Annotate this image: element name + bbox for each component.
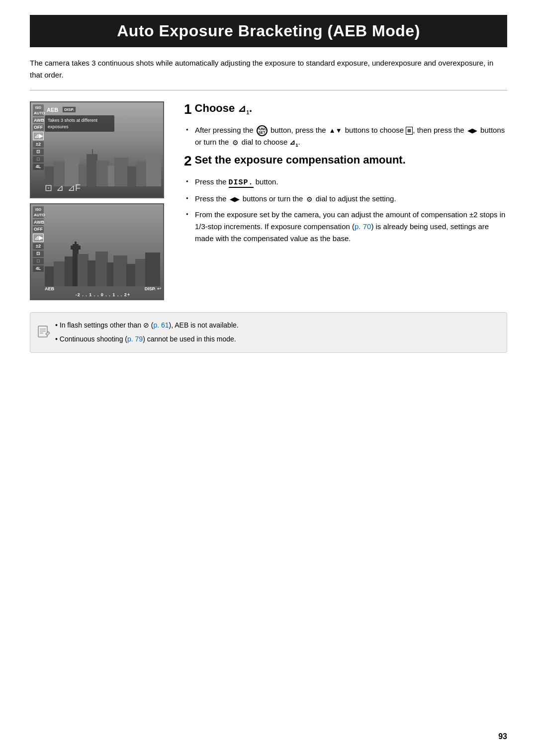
svg-rect-14 [65, 256, 74, 286]
cam-sidebar-2: ISOAUTO AWB OFF ⊿▶ ±2 ⊡ □ 4L [33, 206, 44, 272]
func-set-button-icon: FUNCSET [257, 125, 268, 136]
cam-icon-rect-2: □ [33, 258, 44, 264]
buildings-silhouette-1 [45, 147, 162, 186]
cam-icon-off-2: OFF [33, 226, 44, 233]
page-number: 93 [498, 732, 507, 741]
divider [30, 90, 507, 90]
step-1-choose-icon: ⊿1 [238, 103, 249, 114]
link-p79[interactable]: p. 79 [127, 335, 143, 343]
dial-icon: ⚙ [232, 137, 239, 148]
svg-rect-2 [65, 157, 80, 186]
cam-icon-4l: 4L [33, 164, 44, 170]
cam-bottom-icons: ⊡ ⊿ ⊿F [45, 182, 81, 193]
cam-icon-bottom-1: ⊡ [45, 182, 52, 193]
step-1-bullets: After pressing the FUNCSET button, press… [184, 124, 507, 149]
flash-icon: ⊘ [143, 321, 149, 329]
svg-rect-10 [146, 156, 161, 186]
step-2-bullets: Press the DISP. button. Press the ◀▶ but… [184, 176, 507, 245]
page: Auto Exposure Bracketing (AEB Mode) The … [0, 0, 537, 756]
cam-icon-awb: AWB [33, 117, 44, 124]
cam-aeb-text: AEB [47, 107, 58, 113]
arrows-leftright-icon: ◀▶ [467, 126, 477, 136]
cam-icon-bottom-2: ⊿ [56, 182, 64, 193]
svg-rect-13 [54, 261, 66, 286]
aeb-choose-icon: ⊿1 [289, 138, 298, 146]
step-2-bullet-3: From the exposure set by the camera, you… [186, 209, 507, 245]
cam-icon-aeb-mode: ⊿▶ [33, 132, 44, 140]
svg-rect-22 [113, 255, 127, 286]
cam-icon-bracket: ⊡ [33, 149, 44, 155]
camera-images-column: ISOAUTO AWB OFF ⊿▶ ±2 ⊡ □ 4L AEB DISP. T… [30, 101, 169, 300]
cam-icon-iso-2: ISOAUTO [33, 206, 44, 218]
cam-icon-off: OFF [33, 124, 44, 131]
step-2-section: 2 Set the exposure compensation amount. … [184, 153, 507, 245]
step-2-bullet-2: Press the ◀▶ buttons or turn the ⚙ dial … [186, 193, 507, 205]
dial-icon-2: ⚙ [306, 194, 313, 205]
svg-rect-12 [45, 266, 55, 286]
cam-icon-iso: ISOAUTO [33, 104, 44, 116]
cam-disp-text: DISP. [145, 286, 156, 291]
menu-icon: ⊞ [406, 127, 413, 135]
camera-screen-2: ISOAUTO AWB OFF ⊿▶ ±2 ⊡ □ 4L AEB DISP. [30, 203, 164, 300]
note-box: • In flash settings other than ⊘ (p. 61)… [30, 312, 507, 353]
cam-icon-aeb-2: ⊿▶ [33, 234, 44, 242]
cam-aeb-bottom-label: AEB [45, 286, 54, 291]
cam-scale-area: AEB DISP. ↩ -2 . . 1 . . 0 . . 1 . . 2+ [45, 286, 161, 297]
arrows-leftright-icon-2: ◀▶ [230, 194, 240, 205]
step-2-heading: 2 Set the exposure compensation amount. [184, 153, 507, 170]
note-content: • In flash settings other than ⊘ (p. 61)… [55, 320, 499, 345]
svg-rect-17 [75, 242, 77, 246]
step-2-number: 2 [184, 153, 192, 170]
camera-screen-1: ISOAUTO AWB OFF ⊿▶ ±2 ⊡ □ 4L AEB DISP. T… [30, 101, 164, 198]
svg-rect-24 [135, 259, 146, 286]
page-title: Auto Exposure Bracketing (AEB Mode) [30, 15, 507, 47]
step-1-heading-text: Choose [195, 102, 238, 114]
step-2-heading-text: Set the exposure compensation amount. [195, 154, 406, 166]
note-bullet-1: • In flash settings other than ⊘ (p. 61)… [55, 320, 499, 332]
intro-text: The camera takes 3 continuous shots whil… [30, 57, 507, 81]
cam-icon-bracket-2: ⊡ [33, 251, 44, 257]
svg-rect-5 [96, 161, 109, 186]
cam-return-icon: ↩ [157, 286, 161, 291]
cam-disp-right: DISP. ↩ [145, 286, 161, 291]
svg-rect-21 [107, 262, 114, 286]
svg-rect-23 [126, 264, 136, 286]
step-1-heading: 1 Choose ⊿1. [184, 101, 507, 118]
step-2-bullet-1: Press the DISP. button. [186, 176, 507, 189]
step-1-number: 1 [184, 101, 192, 118]
cam-sidebar-1: ISOAUTO AWB OFF ⊿▶ ±2 ⊡ □ 4L [33, 104, 44, 170]
cam-icon-4l-2: 4L [33, 265, 44, 272]
cam-icon-bottom-3: ⊿F [68, 182, 81, 193]
svg-rect-20 [95, 252, 108, 286]
svg-rect-26 [38, 326, 47, 337]
svg-rect-11 [92, 149, 93, 155]
arrows-updown-icon: ▲▼ [329, 126, 342, 136]
cam-icon-ev-2: ±2 [33, 243, 44, 250]
cam-disp-badge-1: DISP. [62, 106, 76, 113]
content-area: ISOAUTO AWB OFF ⊿▶ ±2 ⊡ □ 4L AEB DISP. T… [30, 101, 507, 300]
buildings-silhouette-2 [45, 242, 162, 286]
cam-icon-awb-2: AWB [33, 219, 44, 226]
svg-rect-6 [108, 166, 115, 186]
cam-aeb-disp-row: AEB DISP. [47, 106, 76, 113]
cam-icon-rect: □ [33, 156, 44, 163]
link-p61[interactable]: p. 61 [153, 321, 169, 329]
svg-rect-4 [87, 154, 97, 186]
step-1-section: 1 Choose ⊿1. After pressing the FUNCSET … [184, 101, 507, 149]
disp-label-1: DISP. [229, 178, 254, 188]
note-bullet-2: • Continuous shooting (p. 79) cannot be … [55, 334, 499, 345]
note-svg-icon [36, 325, 51, 340]
step-1-period: . [249, 102, 252, 114]
cam-icon-ev: ±2 [33, 141, 44, 148]
svg-rect-8 [127, 167, 137, 186]
svg-rect-19 [88, 260, 96, 286]
cam-desc-box: Takes 3 shots at different exposures [45, 115, 114, 132]
step-1-bullet-1: After pressing the FUNCSET button, press… [186, 124, 507, 149]
steps-column: 1 Choose ⊿1. After pressing the FUNCSET … [184, 101, 507, 300]
svg-rect-18 [78, 254, 89, 286]
note-icon [36, 325, 51, 340]
cam-scale-text: -2 . . 1 . . 0 . . 1 . . 2+ [45, 292, 161, 297]
svg-rect-25 [145, 252, 160, 286]
link-p70[interactable]: p. 70 [355, 222, 371, 231]
svg-rect-9 [136, 162, 147, 186]
